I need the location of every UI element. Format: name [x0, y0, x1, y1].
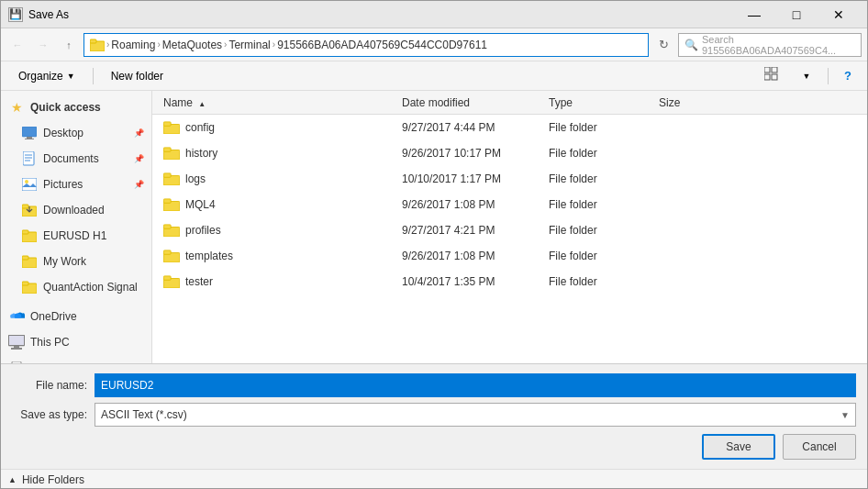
- file-list-header: Name ▲ Date modified Type Size: [152, 91, 867, 115]
- file-name: tester: [185, 275, 213, 288]
- sidebar-item-quantaction[interactable]: QuantAction Signal: [1, 274, 151, 300]
- action-row: Save Cancel: [12, 434, 856, 460]
- file-name: MQL4: [185, 198, 216, 211]
- sidebar-item-documents[interactable]: Documents 📌: [1, 146, 151, 172]
- file-type: File folder: [545, 172, 655, 185]
- window-title: Save As: [28, 8, 733, 21]
- organize-button[interactable]: Organize ▼: [8, 64, 85, 88]
- table-row[interactable]: history 9/26/2017 10:17 PM File folder: [152, 140, 867, 166]
- file-type: File folder: [545, 224, 655, 237]
- cancel-button[interactable]: Cancel: [783, 434, 856, 460]
- file-name: config: [185, 121, 215, 134]
- path-terminal[interactable]: Terminal: [228, 39, 270, 51]
- address-path[interactable]: › Roaming › MetaQuotes › Terminal › 9155…: [83, 33, 649, 57]
- file-date: 9/26/2017 10:17 PM: [398, 147, 545, 160]
- sort-arrow-icon: ▲: [198, 100, 206, 108]
- folder-icon: [163, 147, 180, 160]
- search-box[interactable]: 🔍 Search 915566BA06ADA407569C4...: [678, 33, 862, 57]
- hide-folders-button[interactable]: ▲ Hide Folders: [8, 473, 84, 486]
- documents-icon: [21, 150, 38, 167]
- quick-access-section: ★ Quick access Desktop 📌: [1, 94, 151, 300]
- mywork-folder-icon: [21, 253, 38, 270]
- sidebar-downloaded-label: Downloaded: [43, 204, 105, 217]
- path-roaming[interactable]: Roaming: [111, 39, 155, 51]
- file-name: profiles: [185, 224, 221, 237]
- help-button[interactable]: ?: [836, 64, 860, 88]
- back-button[interactable]: ←: [6, 34, 28, 56]
- column-header-type[interactable]: Type: [545, 96, 655, 109]
- file-date: 10/10/2017 1:17 PM: [398, 172, 545, 185]
- organize-chevron-icon: ▼: [67, 72, 75, 81]
- file-date: 9/27/2017 4:44 PM: [398, 121, 545, 134]
- svg-rect-43: [163, 225, 171, 228]
- eurusd-folder-icon: [21, 228, 38, 244]
- view-button[interactable]: [758, 64, 785, 88]
- table-row[interactable]: MQL4 9/26/2017 1:08 PM File folder: [152, 192, 867, 217]
- sidebar-item-pictures[interactable]: Pictures 📌: [1, 172, 151, 197]
- save-button[interactable]: Save: [702, 434, 775, 460]
- file-list: Name ▲ Date modified Type Size c: [152, 91, 867, 363]
- sidebar-item-desktop[interactable]: Desktop 📌: [1, 120, 151, 146]
- sidebar-eurusd-label: EURUSD H1: [43, 229, 106, 242]
- file-date: 10/4/2017 1:35 PM: [398, 275, 545, 288]
- window-icon: 💾: [8, 7, 23, 22]
- file-name: history: [185, 147, 217, 160]
- path-guid[interactable]: 915566BA06ADA407569C544CC0D97611: [277, 39, 487, 51]
- sidebar-item-thispc[interactable]: This PC: [1, 329, 151, 355]
- table-row[interactable]: templates 9/26/2017 1:08 PM File folder: [152, 243, 867, 269]
- sidebar-item-quick-access[interactable]: ★ Quick access: [1, 94, 151, 120]
- sidebar-quick-access-label: Quick access: [30, 101, 101, 114]
- file-date: 9/26/2017 1:08 PM: [398, 198, 545, 211]
- new-folder-label: New folder: [111, 70, 163, 83]
- column-header-size[interactable]: Size: [655, 96, 729, 109]
- svg-rect-37: [163, 148, 171, 151]
- desktop-pin-icon: 📌: [134, 128, 144, 138]
- path-arrow-3: ›: [224, 39, 227, 50]
- quick-access-icon: ★: [8, 99, 25, 116]
- forward-button[interactable]: →: [32, 34, 54, 56]
- table-row[interactable]: profiles 9/27/2017 4:21 PM File folder: [152, 217, 867, 243]
- downloaded-icon: [21, 202, 38, 218]
- sidebar-item-network[interactable]: Network: [1, 355, 151, 363]
- svg-rect-8: [25, 139, 34, 139]
- minimize-button[interactable]: —: [733, 1, 775, 28]
- sidebar-item-eurusd[interactable]: EURUSD H1: [1, 223, 151, 249]
- column-header-date[interactable]: Date modified: [398, 96, 545, 109]
- path-metaquotes[interactable]: MetaQuotes: [162, 39, 222, 51]
- path-arrow-1: ›: [106, 39, 109, 50]
- svg-rect-20: [22, 256, 28, 260]
- column-header-name[interactable]: Name ▲: [160, 96, 398, 109]
- table-row[interactable]: config 9/27/2017 4:44 PM File folder: [152, 115, 867, 140]
- view-dropdown-button[interactable]: ▼: [793, 64, 820, 88]
- close-button[interactable]: ✕: [818, 1, 860, 28]
- bottom-area: File name: Save as type: ASCII Text (*.c…: [1, 363, 867, 469]
- new-folder-button[interactable]: New folder: [101, 64, 173, 88]
- toolbar-separator-2: [828, 68, 829, 84]
- table-row[interactable]: logs 10/10/2017 1:17 PM File folder: [152, 166, 867, 192]
- file-name: templates: [185, 250, 233, 262]
- onedrive-icon: [8, 308, 25, 325]
- file-date: 9/27/2017 4:21 PM: [398, 224, 545, 237]
- sidebar-item-mywork[interactable]: My Work: [1, 249, 151, 274]
- sidebar-item-onedrive[interactable]: OneDrive: [1, 304, 151, 329]
- title-bar-controls: — □ ✕: [733, 1, 860, 28]
- main-content: ★ Quick access Desktop 📌: [1, 91, 867, 363]
- table-row[interactable]: tester 10/4/2017 1:35 PM File folder: [152, 269, 867, 295]
- file-date: 9/26/2017 1:08 PM: [398, 250, 545, 262]
- svg-rect-22: [22, 282, 28, 285]
- maximize-button[interactable]: □: [775, 1, 818, 28]
- savetype-dropdown[interactable]: ASCII Text (*.csv) ▼: [95, 403, 856, 427]
- up-button[interactable]: ↑: [58, 34, 80, 56]
- filename-input[interactable]: [95, 373, 856, 397]
- sidebar-item-downloaded[interactable]: Downloaded: [1, 197, 151, 223]
- quantaction-folder-icon: [21, 279, 38, 295]
- svg-rect-2: [764, 67, 770, 72]
- svg-rect-5: [772, 74, 777, 80]
- pictures-icon: [21, 176, 38, 193]
- refresh-button[interactable]: ↻: [652, 34, 674, 56]
- sidebar-thispc-label: This PC: [30, 336, 70, 349]
- folder-icon: [163, 224, 180, 237]
- svg-rect-26: [11, 348, 22, 350]
- file-type: File folder: [545, 147, 655, 160]
- toolbar-separator: [93, 68, 94, 84]
